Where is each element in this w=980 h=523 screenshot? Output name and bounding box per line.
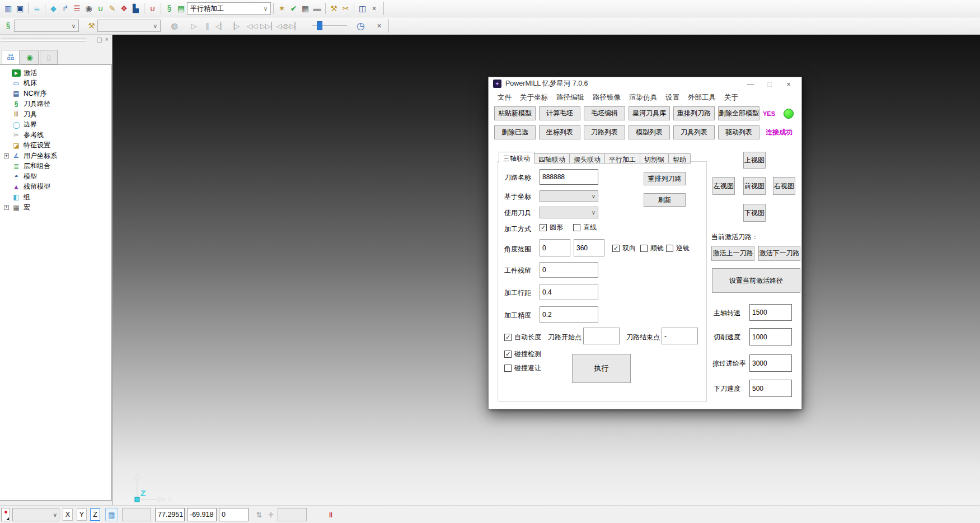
save-project-icon[interactable]: ▣ xyxy=(14,2,26,15)
step-forward-button[interactable]: ▕▷ xyxy=(227,20,241,32)
bidirectional-option[interactable]: ✓ 双向 xyxy=(612,244,636,253)
compare-blocks-icon[interactable]: ◫ xyxy=(357,2,368,15)
drive-list-button[interactable]: 驱动列表 xyxy=(718,125,759,139)
tree-item-macros[interactable]: +▦宏 xyxy=(4,203,111,213)
measure-field[interactable] xyxy=(278,508,307,521)
menu-settings[interactable]: 设置 xyxy=(665,93,679,102)
collision-check-option[interactable]: ✓ 碰撞检测 xyxy=(504,349,541,359)
fast-forward-button[interactable]: ▷▷ xyxy=(259,20,272,32)
tab-4axis[interactable]: 四轴联动 xyxy=(534,153,570,164)
tab-saw[interactable]: 切割锯 xyxy=(640,153,669,164)
use-tool-dropdown[interactable]: ∨ xyxy=(540,207,598,218)
tab-parallel[interactable]: 平行加工 xyxy=(604,153,640,164)
collision-avoid-checkbox[interactable] xyxy=(504,365,512,372)
tree-item-tools[interactable]: Ⅲ刀具 xyxy=(4,109,111,120)
tree-item-machine-tools[interactable]: ▭机床 xyxy=(4,78,111,89)
maximize-button[interactable]: □ xyxy=(760,78,779,90)
go-end-button[interactable]: ▷▷▏ xyxy=(285,20,299,32)
line-checkbox[interactable] xyxy=(573,224,580,231)
view-top-button[interactable]: 上视图 xyxy=(743,152,766,169)
climb-mill-option[interactable]: 顺铣 xyxy=(640,244,664,253)
delete-all-models-button[interactable]: 删除全部模型 xyxy=(718,106,759,120)
toolbar-close-icon[interactable]: × xyxy=(373,20,385,32)
climb-checkbox[interactable] xyxy=(640,245,648,252)
stock-allowance-input[interactable]: 0 xyxy=(540,262,598,278)
cutting-feed-input[interactable]: 1000 xyxy=(749,328,792,345)
view-left-button[interactable]: 左视图 xyxy=(712,177,735,195)
toolpath-combobox[interactable]: ∨ xyxy=(14,20,79,32)
expand-icon[interactable]: + xyxy=(4,205,9,210)
tree-item-toolpaths[interactable]: §刀具路径 xyxy=(4,99,111,110)
grid-snap-button[interactable]: ▦ xyxy=(105,508,118,521)
nc-program-list-icon[interactable]: ☰ xyxy=(71,2,83,15)
axis-y-button[interactable]: Y xyxy=(77,508,87,521)
set-active-path-button[interactable]: 设置当前激活路径 xyxy=(712,268,800,293)
tree-item-stock-models[interactable]: ▲残留模型 xyxy=(4,182,111,193)
bulb-icon[interactable]: ◍ xyxy=(168,20,180,32)
collision-check-icon[interactable]: ∪ xyxy=(147,2,158,15)
tree-item-levels-and-sets[interactable]: ≣层和组合 xyxy=(4,161,111,172)
coordinate-x-field[interactable]: 77.2951 xyxy=(155,508,185,521)
auto-length-option[interactable]: ✓ 自动长度 xyxy=(504,333,541,342)
sort-list-icon[interactable]: ⇅ xyxy=(255,508,264,521)
menu-file[interactable]: 文件 xyxy=(498,93,512,102)
tool-list-button[interactable]: 刀具列表 xyxy=(673,125,715,139)
tool-selector-dropdown[interactable]: ∨ xyxy=(12,508,59,521)
close-button[interactable]: × xyxy=(779,78,798,90)
edit-stock-button[interactable]: 毛坯编辑 xyxy=(584,106,625,120)
menu-external-tools[interactable]: 外部工具 xyxy=(688,93,716,102)
calculator-icon[interactable]: ▦ xyxy=(299,2,311,15)
conventional-mill-option[interactable]: 逆铣 xyxy=(666,244,690,253)
auto-length-checkbox[interactable]: ✓ xyxy=(504,334,512,341)
calc-stock-button[interactable]: 计算毛坯 xyxy=(539,106,580,120)
tool-holder-icon[interactable]: ∪ xyxy=(95,2,106,15)
tree-item-groups[interactable]: ◧组 xyxy=(4,192,111,203)
activate-next-toolpath-button[interactable]: 激活下一刀路 xyxy=(758,246,800,261)
shaded-view-icon[interactable]: ☕ xyxy=(31,2,43,15)
grid-size-field[interactable] xyxy=(122,508,151,521)
toolpath-list-button[interactable]: 刀路列表 xyxy=(584,125,625,139)
tree-item-workplanes[interactable]: +∡用户坐标系 xyxy=(4,151,111,161)
tool-pair-icon[interactable]: ⚒ xyxy=(328,2,340,15)
play-button[interactable]: ▷ xyxy=(187,20,200,32)
rearrange-button[interactable]: 重排列刀路 xyxy=(644,172,686,185)
simulate-check-icon[interactable]: ✔ xyxy=(288,2,299,15)
execute-button[interactable]: 执行 xyxy=(572,354,631,383)
view-right-button[interactable]: 右视图 xyxy=(773,177,795,195)
toolpath-spring-icon[interactable]: § xyxy=(163,2,175,15)
tree-item-boundaries[interactable]: ◯边界 xyxy=(4,120,111,130)
tree-item-models[interactable]: ◓模型 xyxy=(4,171,111,182)
explorer-tab[interactable]: 品 xyxy=(2,50,20,64)
tree-item-nc-programs[interactable]: ▤NC程序 xyxy=(4,88,111,99)
simulate-entry-icon[interactable]: ✶ xyxy=(276,2,288,15)
pause-indicator-icon[interactable]: ‖ xyxy=(326,508,335,521)
clock-icon[interactable]: ◷ xyxy=(355,20,367,32)
stepover-input[interactable]: 0.4 xyxy=(540,284,598,300)
tool-database-icon[interactable]: ▙ xyxy=(130,2,142,15)
tab-help[interactable]: 帮助 xyxy=(668,153,691,164)
axis-z-button[interactable]: Z xyxy=(90,508,100,521)
close-panel-icon[interactable]: × xyxy=(105,36,109,43)
plunge-feed-input[interactable]: 500 xyxy=(749,380,792,397)
model-list-button[interactable]: 模型列表 xyxy=(629,125,670,139)
tab-3axis[interactable]: 三轴联动 xyxy=(499,152,534,164)
minimize-button[interactable]: — xyxy=(741,78,760,90)
trash-tab[interactable]: ▯ xyxy=(40,50,58,64)
tool-combobox[interactable]: ∨ xyxy=(97,20,161,32)
toolpath-strategy-icon[interactable]: ↱ xyxy=(59,2,71,15)
ruler-icon[interactable]: ▬ xyxy=(311,2,323,15)
menu-about[interactable]: 关于 xyxy=(724,93,738,102)
probe-icon[interactable]: ✛ xyxy=(266,508,275,521)
collision-avoid-option[interactable]: 碰撞避让 xyxy=(504,363,541,373)
strategy-form-icon[interactable]: ▤ xyxy=(175,2,187,15)
tool-library-button[interactable]: 星河刀具库 xyxy=(629,106,670,120)
ball-tool-icon[interactable]: ◉ xyxy=(83,2,95,15)
tab-tilt-head[interactable]: 摆头联动 xyxy=(569,153,605,164)
delete-selected-button[interactable]: 删除已选 xyxy=(494,125,536,139)
globe-tab[interactable]: ◉ xyxy=(21,50,39,64)
axis-x-button[interactable]: X xyxy=(63,508,73,521)
open-project-icon[interactable]: ▥ xyxy=(2,2,14,15)
pause-button[interactable]: ∥ xyxy=(200,20,214,32)
start-point-input[interactable] xyxy=(583,328,620,344)
toolbar-close-icon[interactable]: × xyxy=(368,2,380,15)
